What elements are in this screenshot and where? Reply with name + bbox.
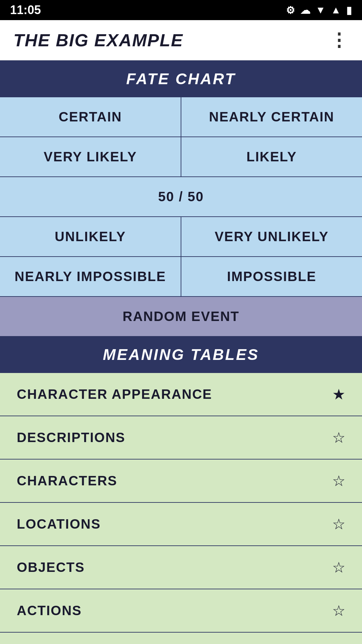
meaning-tables-header: MEANING TABLES [0,336,362,373]
fate-cell-likely[interactable]: LIKELY [181,137,362,176]
fate-chart-grid: CERTAIN NEARLY CERTAIN VERY LIKELY LIKEL… [0,97,362,297]
fate-cell-certain[interactable]: CERTAIN [0,97,181,137]
meaning-table-label-characters: CHARACTERS [17,473,117,488]
cloud-icon: ☁ [300,4,310,16]
meaning-tables-title: MEANING TABLES [103,346,259,363]
meaning-table-locations[interactable]: LOCATIONS ☆ [0,503,362,546]
fate-cell-fifty-fifty[interactable]: 50 / 50 [0,177,362,216]
main-content: FATE CHART CERTAIN NEARLY CERTAIN VERY L… [0,60,362,644]
fate-cell-impossible[interactable]: IMPOSSIBLE [181,257,362,296]
meaning-table-descriptions[interactable]: DESCRIPTIONS ☆ [0,416,362,460]
fate-cell-unlikely[interactable]: UNLIKELY [0,217,181,256]
app-title: THE BIG EXAMPLE [13,30,183,50]
battery-icon: ▮ [346,4,352,16]
status-time: 11:05 [10,3,41,17]
meaning-table-label-actions: ACTIONS [17,603,82,618]
meaning-tables-list: CHARACTER APPEARANCE ★ DESCRIPTIONS ☆ CH… [0,373,362,644]
wifi-icon: ▼ [316,4,326,16]
signal-icon: ▲ [331,4,341,16]
status-bar: 11:05 ⚙ ☁ ▼ ▲ ▮ [0,0,362,20]
star-empty-icon[interactable]: ☆ [332,602,345,619]
settings-icon: ⚙ [286,4,295,16]
fate-cell-nearly-impossible[interactable]: NEARLY IMPOSSIBLE [0,257,181,296]
star-filled-icon[interactable]: ★ [332,386,345,403]
app-bar: THE BIG EXAMPLE ⋮ [0,20,362,60]
random-event-button[interactable]: RANDOM EVENT [0,297,362,336]
fate-chart-header: FATE CHART [0,60,362,97]
meaning-table-label-objects: OBJECTS [17,560,85,575]
star-empty-icon[interactable]: ☆ [332,472,345,489]
fate-row-1: CERTAIN NEARLY CERTAIN [0,97,362,137]
meaning-table-label-character-appearance: CHARACTER APPEARANCE [17,387,212,402]
meaning-table-army-descriptors[interactable]: ARMY DESCRIPTORS ☆ [0,633,362,644]
fate-row-2: VERY LIKELY LIKELY [0,137,362,177]
fate-cell-very-likely[interactable]: VERY LIKELY [0,137,181,176]
star-empty-icon[interactable]: ☆ [332,559,345,576]
fate-cell-very-unlikely[interactable]: VERY UNLIKELY [181,217,362,256]
fate-row-5: NEARLY IMPOSSIBLE IMPOSSIBLE [0,257,362,297]
meaning-table-actions[interactable]: ACTIONS ☆ [0,589,362,633]
meaning-table-characters[interactable]: CHARACTERS ☆ [0,460,362,503]
fate-chart-title: FATE CHART [126,70,236,88]
more-options-button[interactable]: ⋮ [330,30,349,51]
fate-row-4: UNLIKELY VERY UNLIKELY [0,217,362,257]
random-event-row: RANDOM EVENT [0,297,362,336]
meaning-tables: MEANING TABLES CHARACTER APPEARANCE ★ DE… [0,336,362,644]
star-empty-icon[interactable]: ☆ [332,516,345,533]
fate-cell-nearly-certain[interactable]: NEARLY CERTAIN [181,97,362,137]
meaning-table-label-descriptions: DESCRIPTIONS [17,430,125,445]
status-icons: ⚙ ☁ ▼ ▲ ▮ [286,4,352,16]
fate-row-3: 50 / 50 [0,177,362,217]
meaning-table-label-locations: LOCATIONS [17,517,101,532]
meaning-table-objects[interactable]: OBJECTS ☆ [0,546,362,589]
fate-chart: FATE CHART CERTAIN NEARLY CERTAIN VERY L… [0,60,362,336]
meaning-table-character-appearance[interactable]: CHARACTER APPEARANCE ★ [0,373,362,416]
star-empty-icon[interactable]: ☆ [332,429,345,446]
